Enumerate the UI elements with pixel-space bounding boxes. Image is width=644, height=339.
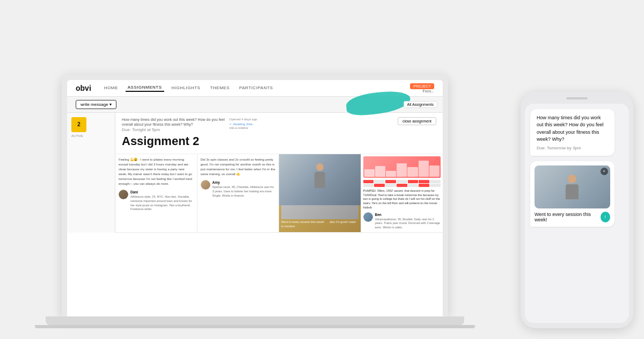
mini-chart [363, 156, 441, 178]
write-message-button[interactable]: write message ▾ [76, 100, 116, 109]
send-row: Went to every session this week! ↑ [535, 212, 610, 222]
main-panel: How many times did you work out this wee… [115, 113, 443, 233]
cal-12 [408, 184, 419, 187]
phone-question-text: How many times did you work out this wee… [537, 114, 608, 143]
cal-2 [374, 180, 385, 183]
assignment-badge: 2 [71, 117, 86, 132]
nav-home[interactable]: HOME [102, 84, 120, 91]
laptop-base [46, 316, 464, 325]
phone-speaker [566, 97, 588, 99]
cal-4 [397, 180, 407, 183]
close-image-button[interactable]: × [601, 168, 608, 175]
bar-6 [419, 161, 429, 177]
assignment-status: Opened 4 days ago ✓ Awaiting Jobs nite.a… [229, 117, 257, 131]
nav-items: HOME ASSIGNMENTS HIGHLIGHTS THEMES PARTI… [102, 84, 275, 92]
nav-highlights[interactable]: HIGHLIGHTS [170, 84, 203, 91]
dani-profile: Dani Athleisure style, 25, NYC. Non-deo.… [119, 190, 194, 212]
assignment-question-area: How many times did you work out this wee… [122, 117, 229, 133]
sidebar: 2 ACTIVE [67, 113, 115, 233]
phone-screen: How many times did you work out this wee… [525, 104, 629, 323]
phone-due-text: Due: Tomorrow by 3pm [537, 146, 608, 150]
close-assignment-button[interactable]: close assignment [398, 117, 436, 125]
cal-10 [385, 184, 396, 187]
status-opened: Opened 4 days ago [229, 117, 257, 121]
laptop-wrapper: obvi HOME ASSIGNMENTS HIGHLIGHTS THEMES … [11, 75, 499, 328]
project-name: Foco... [423, 89, 434, 93]
submission-dani: Feeling 💪😩 - I went to pilates every mor… [115, 154, 197, 233]
bar-5 [407, 167, 418, 177]
person-body [314, 172, 325, 188]
person-figure [312, 163, 328, 196]
assignment-header: How many times did you work out this wee… [115, 113, 443, 155]
chat-bubble-image: × Went to every session this week! ↑ [530, 161, 614, 227]
content-area: 2 ACTIVE How many times did you work out… [67, 113, 443, 233]
cal-6 [419, 180, 429, 183]
submission-ben: PUMPED. 58km, 1552' ascent, that descent… [361, 154, 443, 233]
amy-details: Amy Spartan racer, 38, Charlotte. Athlei… [213, 180, 276, 198]
assignment-header-top: How many times did you work out this wee… [122, 117, 436, 133]
person-head [316, 163, 324, 171]
nav-assignments[interactable]: ASSIGNMENTS [126, 84, 164, 92]
amy-text: Did 3x spin classes and 2x crossfit so f… [201, 157, 276, 177]
amy-avatar [201, 180, 210, 190]
submission-photo: Went to every session this week! 🏋️ also… [279, 154, 361, 233]
cal-13 [419, 184, 429, 187]
phone-top-bar [525, 97, 629, 99]
toolbar: write message ▾ All Assignments [67, 97, 443, 113]
calendar-grid [363, 180, 441, 187]
badge-label: ACTIVE [71, 134, 111, 138]
cal-5 [408, 180, 419, 183]
assignments-filter[interactable]: All Assignments [404, 101, 437, 108]
assignment-question: How many times did you work out this wee… [122, 117, 229, 128]
dani-details: Dani Athleisure style, 25, NYC. Non-deo.… [130, 190, 194, 212]
project-badge: PROJECT [410, 83, 434, 89]
assignment-title: Assignment 2 [122, 134, 436, 148]
send-button[interactable]: ↑ [601, 212, 610, 222]
nav-themes[interactable]: THEMES [208, 84, 231, 91]
ben-details: Ben Ultramarathoner, 45, Boulder. Daily … [375, 212, 441, 230]
chart-bars [363, 156, 441, 178]
chat-image-figure [566, 175, 579, 199]
photo-top [279, 154, 361, 205]
reply-text: Went to every session this week! [535, 212, 597, 222]
submission-amy: Did 3x spin classes and 2x crossfit so f… [197, 154, 280, 233]
phone-wrapper: How many times did you work out this wee… [521, 92, 633, 328]
bar-7 [429, 165, 440, 177]
bar-2 [375, 166, 385, 177]
bar-4 [397, 163, 407, 177]
chat-bubble-question: How many times did you work out this wee… [530, 109, 614, 156]
cal-11 [397, 184, 407, 187]
bar-1 [364, 169, 375, 177]
submissions-grid: Feeling 💪😩 - I went to pilates every mor… [115, 154, 443, 233]
cal-1 [363, 180, 374, 183]
laptop-screen: obvi HOME ASSIGNMENTS HIGHLIGHTS THEMES … [67, 80, 443, 316]
dani-avatar [119, 190, 128, 199]
chat-image: × [535, 165, 610, 208]
amy-profile: Amy Spartan racer, 38, Charlotte. Athlei… [201, 180, 276, 198]
ben-avatar [363, 212, 373, 222]
assignment-due: Due: Tonight at 5pm [122, 127, 229, 132]
chat-figure-head [568, 175, 576, 183]
ben-profile: Ben Ultramarathoner, 45, Boulder. Daily … [363, 212, 441, 230]
nav-participants[interactable]: PARTICIPANTS [237, 84, 275, 91]
photo-bottom: Went to every session this week! 🏋️ also… [279, 205, 361, 232]
scene: obvi HOME ASSIGNMENTS HIGHLIGHTS THEMES … [11, 11, 633, 328]
ben-stats-text: PUMPED. 58km, 1552' ascent, that descent… [363, 189, 441, 210]
laptop: obvi HOME ASSIGNMENTS HIGHLIGHTS THEMES … [62, 75, 448, 316]
chat-figure-body [566, 184, 579, 199]
cal-3 [385, 180, 396, 183]
laptop-foot [35, 325, 475, 328]
cal-8 [363, 184, 374, 187]
cal-9 [374, 184, 385, 187]
phone: How many times did you work out this wee… [521, 92, 633, 328]
status-awaiting: ✓ Awaiting Jobs nite.a.relative [229, 122, 257, 129]
logo: obvi [76, 84, 91, 92]
cal-7 [430, 180, 441, 183]
dani-text: Feeling 💪😩 - I went to pilates every mor… [119, 157, 194, 186]
cal-14 [430, 184, 441, 187]
bar-3 [386, 171, 396, 177]
